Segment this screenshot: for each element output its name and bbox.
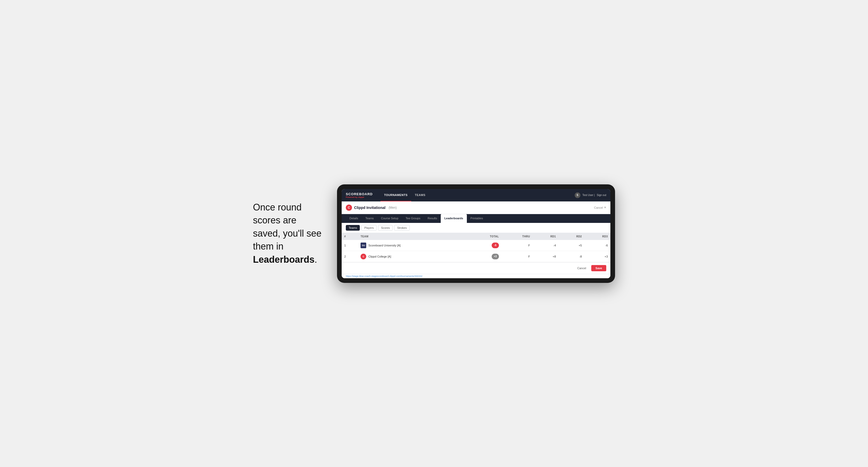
tournament-icon: C [346,205,352,211]
rank-1: 1 [342,240,358,251]
rd1-1: -4 [532,240,558,251]
col-rd2: RD2 [558,233,584,240]
logo-powered: Powered by clippd [346,196,373,198]
tab-details[interactable]: Details [346,214,362,223]
score-badge-2: +3 [492,254,499,259]
rd3-2: +3 [585,251,610,262]
rd2-2: -8 [558,251,584,262]
table-row: 2 C Clippd College [A] +3 F [342,251,610,262]
filter-strokes[interactable]: Strokes [394,225,409,231]
cancel-button-bottom[interactable]: Cancel [574,265,589,271]
team-name-2: Clippd College [A] [368,255,391,258]
status-bar: https://stage-blue-coach.stagescoreboard… [342,274,610,278]
sub-nav: Details Teams Course Setup Tee Groups Re… [342,214,610,223]
tournament-name: Clippd Invitational [354,206,385,210]
col-rd3: RD3 [585,233,610,240]
tournament-title-area: C Clippd Invitational (Men) [346,205,397,211]
user-avatar: S [575,192,580,198]
rd2-1: +5 [558,240,584,251]
rank-2: 2 [342,251,358,262]
nav-right: S Test User | Sign out [575,192,606,198]
score-badge-1: -5 [492,243,499,248]
table-header-row: # TEAM TOTAL THRU RD1 RD2 RD3 [342,233,610,240]
col-total: TOTAL [467,233,501,240]
logo-area: SCOREBOARD Powered by clippd [346,192,373,198]
col-team: TEAM [358,233,467,240]
col-rank: # [342,233,358,240]
sign-out-link[interactable]: Sign out [597,194,606,196]
nav-links: TOURNAMENTS TEAMS [380,189,429,201]
tab-printables[interactable]: Printables [467,214,487,223]
team-cell-2: C Clippd College [A] [358,251,467,262]
tab-course-setup[interactable]: Course Setup [377,214,402,223]
team-logo-1: SU [361,243,366,248]
tablet-frame: SCOREBOARD Powered by clippd TOURNAMENTS… [337,184,615,283]
nav-tournaments[interactable]: TOURNAMENTS [380,189,411,201]
close-icon: ✕ [604,206,606,209]
leaderboard-table-container: # TEAM TOTAL THRU RD1 RD2 RD3 1 [342,233,610,262]
tablet-screen: SCOREBOARD Powered by clippd TOURNAMENTS… [342,189,610,278]
filter-players[interactable]: Players [361,225,377,231]
logo-scoreboard: SCOREBOARD [346,192,373,196]
navbar: SCOREBOARD Powered by clippd TOURNAMENTS… [342,189,610,201]
filter-teams[interactable]: Teams [346,225,360,231]
col-thru: THRU [501,233,532,240]
tab-teams[interactable]: Teams [362,214,377,223]
filter-scores[interactable]: Scores [378,225,393,231]
rd1-2: +8 [532,251,558,262]
period: . [314,254,317,265]
user-label: Test User | [583,194,595,196]
tournament-header: C Clippd Invitational (Men) Cancel ✕ [342,201,610,214]
save-button[interactable]: Save [591,265,606,271]
cancel-button-top[interactable]: Cancel ✕ [594,206,606,209]
team-cell-1: SU Scoreboard University [A] [358,240,467,251]
col-rd1: RD1 [532,233,558,240]
table-row: 1 SU Scoreboard University [A] -5 F [342,240,610,251]
tab-leaderboards[interactable]: Leaderboards [441,214,467,223]
nav-teams[interactable]: TEAMS [411,189,429,201]
modal-footer: Cancel Save [342,262,610,274]
thru-1: F [501,240,532,251]
rd3-1: -6 [585,240,610,251]
status-url: https://stage-blue-coach.stagescoreboard… [346,275,422,277]
team-logo-2: C [361,254,366,259]
tab-results[interactable]: Results [424,214,441,223]
sidebar-description: Once round scores are saved, you'll see … [253,201,321,266]
thru-2: F [501,251,532,262]
total-2: +3 [467,251,501,262]
tournament-subtitle: (Men) [389,206,397,210]
tab-tee-groups[interactable]: Tee Groups [402,214,424,223]
leaderboards-bold: Leaderboards [253,254,314,265]
leaderboard-table: # TEAM TOTAL THRU RD1 RD2 RD3 1 [342,233,610,262]
filter-bar: Teams Players Scores Strokes [342,223,610,233]
total-1: -5 [467,240,501,251]
team-name-1: Scoreboard University [A] [368,244,401,247]
